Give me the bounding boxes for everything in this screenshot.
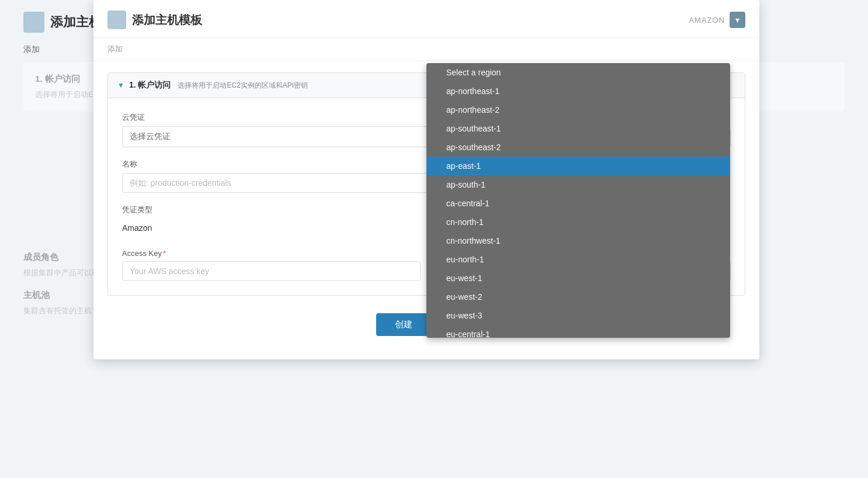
required-star: * — [163, 249, 166, 258]
region-item-ap-east-1[interactable]: ap-east-1 — [426, 157, 730, 175]
region-item[interactable]: cn-north-1 — [426, 213, 730, 231]
region-item[interactable]: ap-southeast-1 — [426, 119, 730, 138]
region-item[interactable]: eu-north-1 — [426, 250, 730, 269]
region-item[interactable]: eu-west-3 — [426, 306, 730, 325]
region-item[interactable]: cn-northwest-1 — [426, 231, 730, 250]
region-item[interactable]: ap-south-1 — [426, 175, 730, 194]
modal-title: 添加主机模板 — [107, 11, 202, 29]
region-item[interactable]: ap-northeast-1 — [426, 82, 730, 101]
step-title: 1. 帐户访问 — [129, 80, 171, 91]
bg-title-icon — [23, 12, 44, 33]
modal-header: 添加主机模板 AMAZON ▾ — [93, 0, 759, 38]
create-button[interactable]: 创建 — [376, 313, 431, 336]
region-item[interactable]: ca-central-1 — [426, 194, 730, 213]
region-select-placeholder[interactable]: Select a region — [426, 63, 730, 82]
step-arrow-icon: ▼ — [117, 81, 124, 89]
modal-breadcrumb: 添加 — [93, 38, 759, 61]
region-item[interactable]: ap-southeast-2 — [426, 138, 730, 157]
amazon-label: AMAZON — [689, 16, 725, 25]
step-subtitle: 选择将用于启动EC2实例的区域和API密钥 — [178, 81, 308, 91]
region-item[interactable]: eu-west-2 — [426, 288, 730, 306]
modal-top-right: AMAZON ▾ — [689, 12, 745, 28]
region-dropdown-list: Select a region ap-northeast-1 ap-northe… — [426, 63, 730, 338]
modal-title-icon — [107, 11, 126, 29]
region-item[interactable]: ap-northeast-2 — [426, 101, 730, 119]
region-dropdown-trigger[interactable]: ▾ — [730, 12, 745, 28]
aws-access-key-input[interactable] — [122, 261, 421, 281]
region-dropdown-menu: Select a region ap-northeast-1 ap-northe… — [426, 63, 730, 338]
region-item[interactable]: eu-west-1 — [426, 269, 730, 288]
region-item[interactable]: eu-central-1 — [426, 325, 730, 338]
